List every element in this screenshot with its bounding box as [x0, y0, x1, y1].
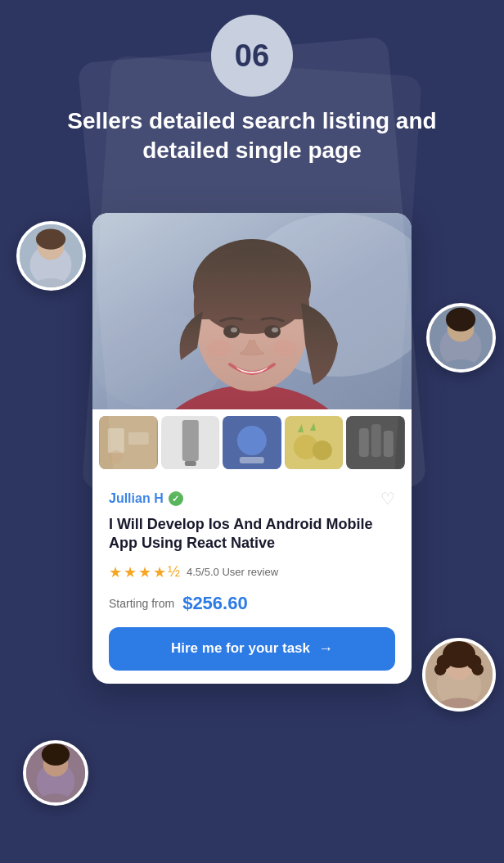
star-4: ★	[153, 563, 166, 581]
svg-point-33	[36, 228, 65, 249]
svg-point-49	[42, 743, 70, 766]
svg-point-44	[434, 663, 447, 675]
star-3: ★	[138, 563, 151, 581]
svg-point-37	[446, 308, 475, 332]
price-value: $256.60	[182, 593, 248, 614]
starting-from-label: Starting from	[109, 597, 174, 610]
number-badge: 06	[211, 15, 293, 97]
avatar-top-left-svg	[20, 224, 83, 287]
hire-button-label: Hire me for your task	[171, 640, 310, 657]
avatar-top-right	[426, 303, 496, 373]
avatar-bottom-right-svg	[425, 641, 493, 708]
star-rating: ★ ★ ★ ★ ½	[109, 563, 180, 581]
badge-number: 06	[235, 38, 269, 74]
rating-value: 4.5/5.0	[187, 566, 219, 578]
svg-point-45	[471, 663, 484, 675]
cta-arrow-icon: →	[318, 640, 333, 657]
gig-title: I Will Develop Ios And Android Mobile Ap…	[109, 515, 395, 553]
star-half: ½	[168, 563, 180, 581]
star-1: ★	[109, 563, 122, 581]
avatar-top-left	[16, 221, 86, 291]
rating-text: 4.5/5.0 User review	[187, 566, 278, 578]
avatar-bottom-left	[23, 740, 88, 806]
avatar-bottom-left-svg	[26, 743, 85, 802]
star-2: ★	[124, 563, 137, 581]
price-row: Starting from $256.60	[109, 593, 395, 614]
avatar-bottom-right	[422, 638, 496, 712]
rating-label: User review	[222, 566, 278, 578]
rating-row: ★ ★ ★ ★ ½ 4.5/5.0 User review	[109, 563, 395, 581]
hire-button[interactable]: Hire me for your task →	[109, 627, 395, 671]
page-container: 06 Sellers detailed search listing and d…	[0, 0, 504, 863]
tilt-decoration-2	[82, 55, 422, 509]
avatar-top-right-svg	[430, 306, 493, 369]
